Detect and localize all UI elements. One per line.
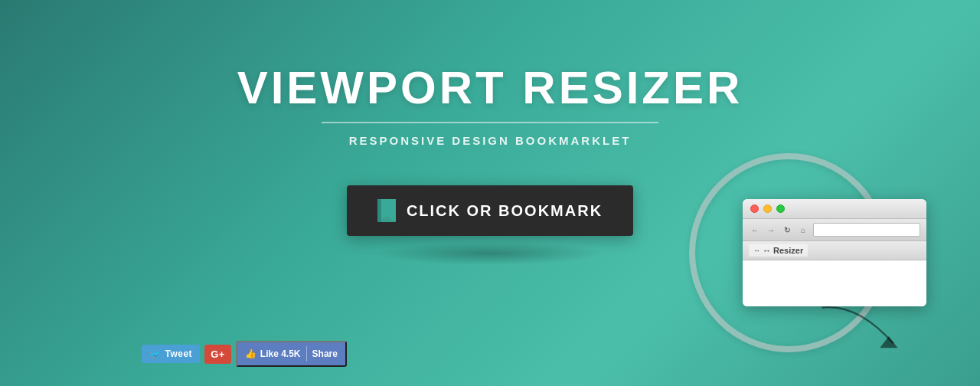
- traffic-light-green: [776, 204, 785, 213]
- traffic-light-red: [750, 204, 759, 213]
- browser-mockup: ← → ↻ ⌂ ↔ ↔ Resizer: [689, 153, 903, 352]
- home-button[interactable]: ⌂: [797, 224, 809, 236]
- facebook-icon: 👍: [245, 348, 256, 359]
- browser-window: ← → ↻ ⌂ ↔ ↔ Resizer: [743, 199, 926, 306]
- page-container: VIEWPORT RESIZER RESPONSIVE DESIGN BOOKM…: [0, 0, 980, 386]
- back-button[interactable]: ←: [749, 224, 761, 236]
- social-bar: 🐦 Tweet G+ 👍 Like 4.5K Share: [142, 341, 347, 367]
- cta-label: CLICK OR BOOKMARK: [407, 202, 603, 220]
- bookmarks-tab-item[interactable]: ↔ ↔ Resizer: [749, 244, 808, 257]
- cta-button[interactable]: CLICK OR BOOKMARK: [347, 185, 633, 236]
- share-label: Share: [312, 348, 338, 359]
- gplus-button[interactable]: G+: [204, 345, 231, 364]
- button-glow: [375, 242, 605, 265]
- browser-toolbar: ← → ↻ ⌂: [743, 219, 926, 241]
- traffic-light-yellow: [763, 204, 772, 213]
- svg-marker-3: [880, 336, 897, 348]
- twitter-icon: 🐦: [149, 348, 162, 359]
- url-bar[interactable]: [813, 223, 920, 237]
- tweet-label: Tweet: [165, 348, 193, 359]
- page-subtitle: RESPONSIVE DESIGN BOOKMARKLET: [349, 134, 632, 147]
- forward-button[interactable]: →: [765, 224, 777, 236]
- page-title: VIEWPORT RESIZER: [237, 61, 743, 114]
- arrow-decoration: [812, 299, 903, 352]
- browser-titlebar: [743, 199, 926, 219]
- bookmark-icon: [377, 199, 396, 222]
- bookmark-tab-label: ↔ Resizer: [763, 246, 803, 255]
- refresh-button[interactable]: ↻: [781, 224, 793, 236]
- facebook-like-button[interactable]: 👍 Like 4.5K Share: [236, 341, 347, 367]
- svg-rect-2: [377, 199, 381, 222]
- tweet-button[interactable]: 🐦 Tweet: [142, 345, 200, 363]
- title-divider: [322, 122, 658, 123]
- fb-divider: [306, 346, 307, 361]
- like-label: Like 4.5K: [260, 348, 301, 359]
- browser-bookmarks-bar: ↔ ↔ Resizer: [743, 241, 926, 260]
- gplus-label: G+: [211, 348, 225, 360]
- bookmark-tab-icon: ↔: [753, 247, 760, 254]
